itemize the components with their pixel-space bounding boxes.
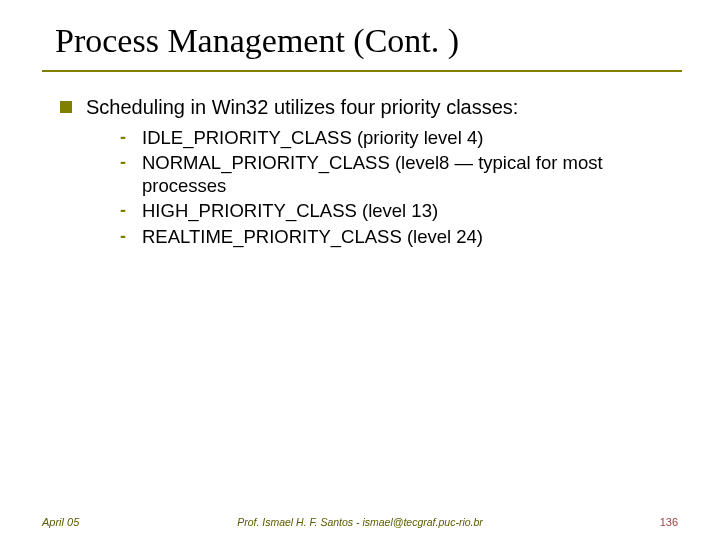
bullet-level1: Scheduling in Win32 utilizes four priori… [60, 95, 680, 120]
bullet-text: Scheduling in Win32 utilizes four priori… [86, 96, 518, 118]
footer-page-number: 136 [660, 516, 678, 528]
sub-text: REALTIME_PRIORITY_CLASS (level 24) [142, 226, 483, 247]
slide: Process Management (Cont. ) Scheduling i… [0, 0, 720, 540]
dash-icon: - [120, 151, 126, 174]
sub-bullet: - REALTIME_PRIORITY_CLASS (level 24) [120, 225, 680, 248]
sub-text: NORMAL_PRIORITY_CLASS (level8 — typical … [142, 152, 603, 196]
dash-icon: - [120, 225, 126, 248]
slide-title: Process Management (Cont. ) [55, 22, 459, 60]
sub-list: - IDLE_PRIORITY_CLASS (priority level 4)… [120, 126, 680, 248]
sub-bullet: - NORMAL_PRIORITY_CLASS (level8 — typica… [120, 151, 680, 197]
sub-bullet: - HIGH_PRIORITY_CLASS (level 13) [120, 199, 680, 222]
dash-icon: - [120, 126, 126, 149]
title-underline [42, 70, 682, 72]
sub-text: IDLE_PRIORITY_CLASS (priority level 4) [142, 127, 483, 148]
footer: April 05 Prof. Ismael H. F. Santos - ism… [0, 508, 720, 528]
footer-author: Prof. Ismael H. F. Santos - ismael@tecgr… [0, 516, 720, 528]
sub-bullet: - IDLE_PRIORITY_CLASS (priority level 4) [120, 126, 680, 149]
dash-icon: - [120, 199, 126, 222]
slide-body: Scheduling in Win32 utilizes four priori… [60, 95, 680, 250]
sub-text: HIGH_PRIORITY_CLASS (level 13) [142, 200, 438, 221]
square-bullet-icon [60, 101, 72, 113]
